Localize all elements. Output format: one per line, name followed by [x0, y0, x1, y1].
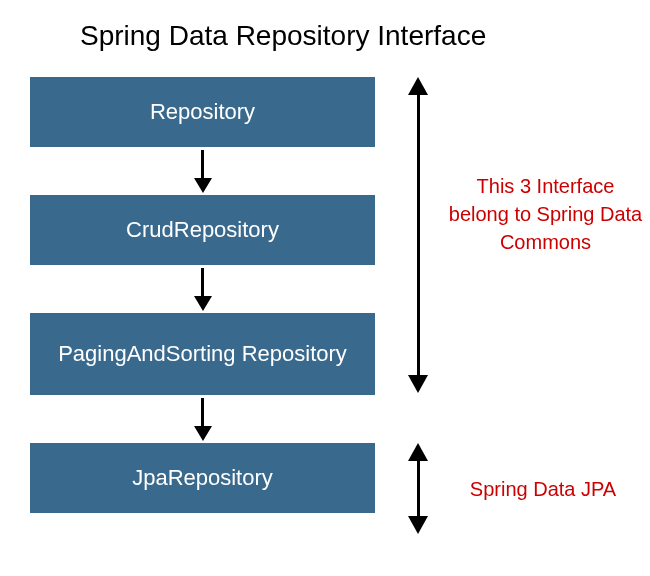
annotation-jpa: Spring Data JPA [453, 475, 633, 503]
double-arrow-icon [408, 77, 428, 393]
box-crud-repository: CrudRepository [30, 195, 375, 265]
box-repository: Repository [30, 77, 375, 147]
box-label: PagingAndSorting Repository [58, 341, 347, 367]
arrow-down-icon [30, 147, 375, 195]
box-paging-and-sorting-repository: PagingAndSorting Repository [30, 313, 375, 395]
arrow-down-icon [30, 395, 375, 443]
box-label: Repository [150, 99, 255, 125]
annotation-commons: This 3 Interface belong to Spring Data C… [448, 172, 643, 256]
box-label: JpaRepository [132, 465, 273, 491]
hierarchy-column: Repository CrudRepository PagingAndSorti… [30, 77, 375, 513]
diagram-body: Repository CrudRepository PagingAndSorti… [30, 77, 630, 557]
diagram-title: Spring Data Repository Interface [80, 20, 630, 52]
arrow-down-icon [30, 265, 375, 313]
double-arrow-icon [408, 443, 428, 534]
box-label: CrudRepository [126, 217, 279, 243]
box-jpa-repository: JpaRepository [30, 443, 375, 513]
